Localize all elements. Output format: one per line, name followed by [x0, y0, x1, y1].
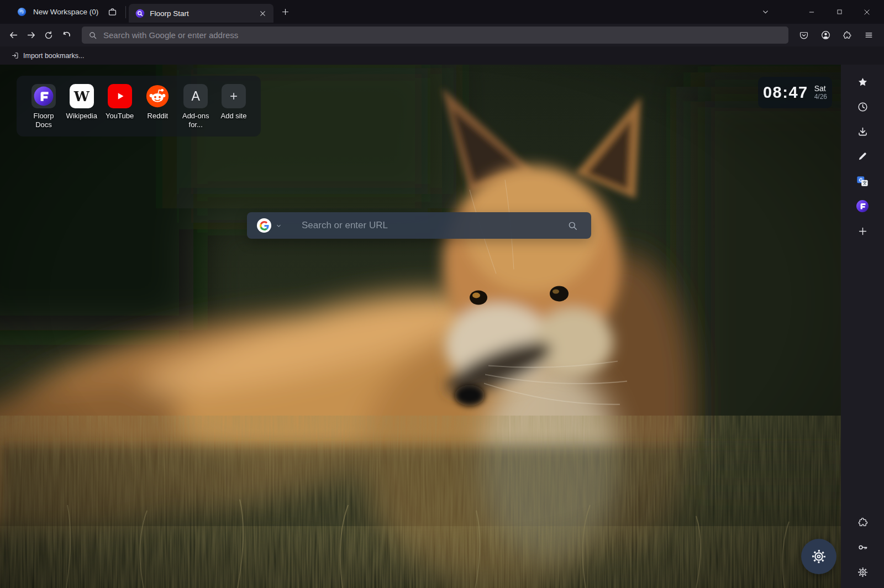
sidebar-translate-button[interactable]: [853, 171, 872, 191]
sidebar-downloads-button[interactable]: [853, 122, 872, 141]
account-icon: [820, 30, 831, 40]
reload-button[interactable]: [40, 27, 57, 44]
search-icon: [567, 221, 578, 231]
back-arrow-icon: [8, 30, 19, 40]
shortcut-label: Floorp Docs: [25, 112, 62, 130]
clock-widget: 08:47 Sat 4/26: [758, 77, 832, 108]
tab-title: Floorp Start: [150, 9, 251, 18]
workspace-label: New Workspace (0): [33, 8, 98, 16]
bookmarks-bar: Import bookmarks...: [0, 46, 884, 65]
shortcut-youtube[interactable]: YouTube: [102, 84, 138, 136]
app-menu-button[interactable]: [860, 27, 877, 44]
shortcut-label: Reddit: [148, 112, 169, 120]
new-tab-button[interactable]: [277, 4, 293, 20]
plus-icon: [857, 226, 868, 237]
shortcut-label: Wikipedia: [66, 112, 97, 120]
youtube-play-icon: [113, 89, 127, 103]
workspace-manage-button[interactable]: [105, 4, 120, 19]
workspace-box-icon: [107, 7, 118, 17]
minimize-icon: [808, 8, 815, 16]
shortcut-label: YouTube: [106, 112, 134, 120]
sidebar-notes-button[interactable]: [853, 146, 872, 166]
shortcut-reddit[interactable]: Reddit: [139, 84, 176, 136]
close-window-button[interactable]: [859, 4, 875, 20]
gear-icon: [811, 548, 827, 565]
tab-favicon: [135, 9, 145, 18]
engine-chevron-icon[interactable]: [276, 223, 282, 229]
close-icon: [863, 8, 871, 16]
search-icon: [88, 31, 97, 40]
plus-icon: +: [222, 84, 246, 108]
sidebar-add-panel-button[interactable]: [853, 221, 872, 241]
pocket-icon: [799, 30, 809, 40]
back-button[interactable]: [4, 27, 22, 44]
list-all-tabs-button[interactable]: [757, 4, 774, 20]
add-site-button[interactable]: + Add site: [215, 84, 252, 136]
account-button[interactable]: [817, 27, 834, 44]
search-engine-button[interactable]: [257, 218, 271, 233]
toolbar-right-buttons: [795, 27, 880, 44]
newtab-page: Floorp Docs W Wikipedia YouTube: [0, 65, 841, 588]
shortcut-label: Add site: [220, 112, 246, 120]
undo-button[interactable]: [57, 27, 75, 44]
reddit-alien-icon: [146, 85, 169, 108]
bookmark-star-icon: [857, 76, 869, 88]
chevron-down-icon: [761, 8, 770, 16]
pocket-button[interactable]: [795, 27, 813, 44]
floorp-logo-icon: [856, 200, 869, 213]
floorp-logo-icon: [33, 86, 54, 107]
shortcut-addons[interactable]: A Add-ons for...: [177, 84, 214, 136]
titlebar-separator: [125, 6, 126, 18]
workspace-button[interactable]: New Workspace (0): [0, 7, 105, 17]
close-icon: [259, 10, 266, 17]
letter-a-icon: A: [183, 84, 208, 108]
import-bookmarks-button[interactable]: Import bookmarks...: [8, 50, 87, 61]
clock-time: 08:47: [763, 83, 808, 102]
main-area: Floorp Docs W Wikipedia YouTube: [0, 65, 884, 588]
sidebar-passwords-button[interactable]: [853, 537, 872, 557]
tab-floorp-start[interactable]: Floorp Start: [129, 4, 273, 23]
urlbar[interactable]: [82, 27, 788, 44]
wikipedia-icon: W: [70, 84, 94, 108]
download-icon: [857, 126, 869, 138]
hamburger-menu-icon: [864, 30, 874, 40]
panel-sidebar: [841, 65, 884, 588]
sidebar-bookmarks-button[interactable]: [853, 72, 872, 92]
window-controls: [757, 4, 884, 20]
maximize-icon: [836, 8, 843, 15]
search-submit-button[interactable]: [564, 220, 581, 232]
sidebar-floorp-button[interactable]: [853, 196, 872, 216]
nav-toolbar: [0, 24, 884, 46]
sidebar-history-button[interactable]: [853, 97, 872, 117]
forward-button[interactable]: [22, 27, 40, 44]
plus-icon: [281, 8, 290, 16]
extensions-button[interactable]: [838, 27, 856, 44]
newtab-search-bar[interactable]: [247, 212, 591, 239]
urlbar-input[interactable]: [102, 30, 782, 40]
pencil-icon: [857, 151, 868, 162]
maximize-button[interactable]: [831, 4, 848, 20]
import-bookmarks-label: Import bookmarks...: [23, 52, 84, 60]
forward-arrow-icon: [26, 30, 36, 40]
clock-weekday: Sat: [814, 85, 827, 93]
gear-icon: [857, 566, 869, 578]
reload-icon: [44, 30, 54, 40]
sidebar-settings-button[interactable]: [853, 562, 872, 582]
newtab-search-input[interactable]: [286, 219, 560, 232]
workspace-icon: [17, 7, 27, 17]
minimize-button[interactable]: [803, 4, 820, 20]
shortcuts-panel: Floorp Docs W Wikipedia YouTube: [17, 76, 261, 136]
history-clock-icon: [857, 101, 869, 113]
tab-close-button[interactable]: [256, 7, 269, 20]
google-translate-icon: [856, 175, 869, 187]
shortcut-label: Add-ons for...: [177, 112, 214, 130]
clock-date: 4/26: [814, 93, 827, 101]
titlebar: New Workspace (0) Floorp Start: [0, 0, 884, 24]
google-logo-icon: [260, 221, 269, 230]
shortcut-wikipedia[interactable]: W Wikipedia: [64, 84, 100, 136]
undo-icon: [61, 30, 72, 40]
sidebar-extensions-button[interactable]: [853, 512, 872, 532]
newtab-settings-button[interactable]: [801, 539, 836, 574]
shortcut-floorp-docs[interactable]: Floorp Docs: [25, 84, 62, 136]
browser-window: New Workspace (0) Floorp Start: [0, 0, 884, 588]
